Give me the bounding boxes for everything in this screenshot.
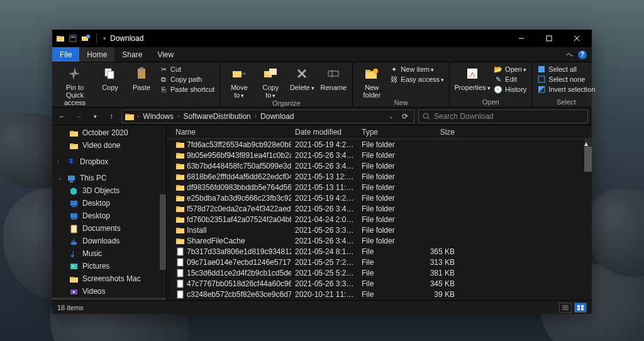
new-item-button[interactable]: ✦New item [389, 65, 444, 74]
minimize-button[interactable] [508, 30, 535, 47]
file-icon [175, 269, 184, 277]
content-scroll-up[interactable]: ▴ [584, 139, 592, 147]
col-type[interactable]: Type [358, 128, 408, 137]
file-row[interactable]: 7b317d33af806e1d819c9348126358e9ec8e...2… [167, 246, 592, 257]
sidebar-item[interactable]: October 2020 [52, 126, 166, 139]
tab-view[interactable]: View [150, 47, 181, 62]
forward-button[interactable]: → [72, 110, 85, 123]
recent-locations-button[interactable]: ▾ [89, 110, 101, 123]
copy-path-button[interactable]: ⧉Copy path [159, 75, 214, 84]
svg-rect-44 [73, 251, 74, 256]
file-row[interactable]: 9b05e956bf943f891ea4f1c0b2a484c52021-05-… [167, 150, 592, 160]
breadcrumb[interactable]: › Windows › SoftwareDistribution › Downl… [121, 109, 414, 123]
tab-file[interactable]: File [52, 47, 79, 62]
sidebar-item[interactable]: Desktop [52, 210, 166, 222]
crumb-2[interactable]: Download [259, 112, 295, 121]
item-count: 18 items [57, 304, 84, 311]
edit-button[interactable]: ✎Edit [494, 75, 526, 84]
file-row[interactable]: df98356fd0983bbddb5e764d5676c5db2021-05-… [167, 182, 592, 193]
open-button[interactable]: 📂Open [494, 65, 526, 74]
address-dropdown-icon[interactable]: ⌄ [385, 110, 397, 123]
svg-rect-2 [70, 35, 76, 42]
col-name[interactable]: Name [172, 128, 291, 137]
details-view-button[interactable] [559, 303, 572, 313]
svg-rect-63 [176, 174, 180, 176]
collapse-ribbon-icon[interactable]: へ [566, 50, 573, 59]
file-row[interactable]: e25bdba7ab3d9c666c23fb3c9258567b2021-05-… [167, 193, 592, 203]
delete-icon [293, 65, 311, 82]
sidebar-item[interactable]: 3D Objects [52, 184, 166, 197]
easy-access-button[interactable]: ⛓Easy access [389, 75, 444, 84]
file-row[interactable]: 15c3d6dd1ce2d4f2b9cb1cd5de694ab20b0...20… [167, 267, 592, 278]
delete-button[interactable]: Delete [288, 65, 316, 92]
file-row[interactable]: c3248eb572cb5f82e63ce9c6d73cfbf39b78...2… [167, 289, 592, 299]
file-row[interactable]: 63b7bd448458fc750af5099e3ddc4db32021-05-… [167, 160, 592, 171]
cut-button[interactable]: ✂Cut [159, 65, 214, 74]
file-row[interactable]: Install2021-05-26 3:37 AMFile folder [167, 225, 592, 235]
rename-button[interactable]: Rename [319, 65, 347, 91]
search-input[interactable]: Search Download [418, 109, 588, 123]
qat-dropdown-icon[interactable]: ▾ [103, 35, 106, 42]
file-name: Install [187, 226, 206, 235]
file-row[interactable]: 09c71ae014e7ecbd1246e5717f9212a9de97...2… [167, 257, 592, 267]
file-row[interactable]: 47c7767bb0518d26cf44a60c96074bd5dcc...20… [167, 278, 592, 289]
new-folder-icon[interactable] [81, 34, 90, 43]
sidebar-item[interactable]: ›Dropbox [52, 155, 166, 168]
navigation-pane[interactable]: October 2020Video done›Dropbox⌄This PC3D… [52, 125, 167, 300]
sidebar-item[interactable]: Desktop [52, 197, 166, 210]
file-row[interactable]: cd2727b5d17712bb5e29484a23273fc0145...20… [167, 299, 592, 300]
tab-share[interactable]: Share [114, 47, 150, 62]
new-folder-button[interactable]: New folder [358, 65, 386, 99]
select-none-button[interactable]: Select none [537, 75, 595, 84]
col-date[interactable]: Date modified [291, 128, 358, 137]
file-row[interactable]: fd760b2351af42a07524f2a04bbebfe82021-04-… [167, 214, 592, 225]
paste-shortcut-button[interactable]: ⎘Paste shortcut [159, 85, 214, 94]
svg-rect-11 [108, 71, 114, 79]
move-to-button[interactable]: Move to [225, 65, 253, 99]
open-icon: 📂 [494, 65, 502, 74]
expand-icon[interactable]: ⌄ [57, 175, 64, 181]
file-row[interactable]: SharedFileCache2021-05-26 3:42 AMFile fo… [167, 235, 592, 246]
properties-button[interactable]: Properties [455, 65, 490, 92]
sidebar-item[interactable]: Pictures [52, 260, 166, 272]
maximize-button[interactable] [535, 30, 563, 47]
file-row[interactable]: f578d72c0eda2ca7e4f3422aeddb33592021-05-… [167, 203, 592, 214]
pin-to-quick-access-button[interactable]: Pin to Quick access [57, 65, 92, 106]
sidebar-item[interactable]: Documents [52, 222, 166, 235]
up-button[interactable]: ↑ [105, 110, 118, 123]
select-all-button[interactable]: Select all [537, 65, 595, 74]
close-button[interactable] [563, 30, 591, 47]
thumbnail-view-button[interactable] [574, 303, 587, 313]
sidebar-scrollbar[interactable] [160, 194, 166, 270]
expand-icon[interactable]: › [57, 159, 64, 165]
svg-rect-69 [176, 206, 180, 208]
sidebar-item[interactable]: Local Disk (C:) [52, 298, 166, 300]
sidebar-item[interactable]: ⌄This PC [52, 172, 166, 184]
column-headers[interactable]: Name Date modified Type Size [167, 125, 592, 139]
window-title: Download [110, 34, 143, 43]
copy-to-button[interactable]: Copy to [257, 65, 284, 99]
help-icon[interactable]: ? [578, 50, 587, 59]
crumb-0[interactable]: Windows [142, 112, 175, 121]
paste-icon [133, 65, 150, 82]
content-scrollbar[interactable] [584, 147, 592, 172]
properties-icon[interactable] [69, 34, 77, 43]
file-row[interactable]: 7fd6ac53ff26534ab9cb928e0b8b79982021-05-… [167, 139, 592, 150]
col-size[interactable]: Size [408, 128, 458, 137]
sidebar-item[interactable]: Downloads [52, 235, 166, 247]
sidebar-item[interactable]: Video done [52, 139, 166, 152]
invert-selection-button[interactable]: Invert selection [537, 85, 595, 94]
copy-button[interactable]: Copy [96, 65, 124, 91]
svg-rect-65 [176, 185, 180, 187]
sidebar-item[interactable]: Screenshots Mac [52, 272, 166, 285]
back-button[interactable]: ← [56, 110, 69, 123]
crumb-1[interactable]: SoftwareDistribution [182, 112, 252, 121]
file-row[interactable]: 6818b6e2fffdd4af6dd622edcf04e419d2021-05… [167, 171, 592, 182]
sidebar-item[interactable]: Music [52, 247, 166, 260]
tab-home[interactable]: Home [79, 47, 114, 62]
sidebar-item[interactable]: Videos [52, 285, 166, 298]
paste-button[interactable]: Paste [128, 65, 155, 91]
history-button[interactable]: 🕘History [494, 85, 526, 94]
refresh-button[interactable]: ⟳ [399, 110, 411, 123]
file-size: 365 KB [408, 247, 458, 256]
